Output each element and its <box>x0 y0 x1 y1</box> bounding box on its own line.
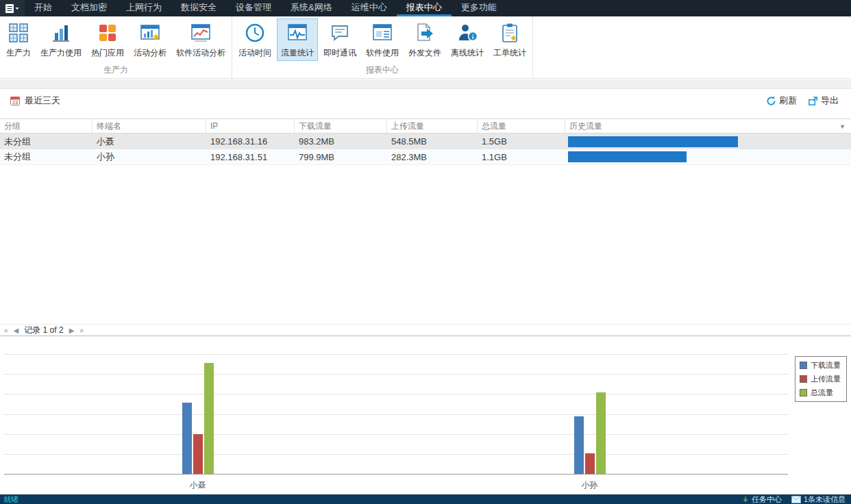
statusbar-right: 任务中心 1条未读信息 <box>742 494 851 504</box>
ribbon-group-report-center: 活动时间 流量统计 即时通讯 软件使用 外发文件 <box>232 16 533 78</box>
cell-group: 未分组 <box>0 151 92 163</box>
nav-first-icon[interactable]: « <box>4 327 8 334</box>
date-range-label: 最近三天 <box>25 94 60 107</box>
column-header-total[interactable]: 总流量 <box>478 119 565 133</box>
ribbon: 生产力 生产力使用 热门应用 活动分析 软件活动分析 生产力 <box>0 16 851 79</box>
nav-next-icon[interactable]: ▶ <box>69 327 75 334</box>
export-icon <box>808 96 818 106</box>
table-row[interactable]: 未分组 小聂 192.168.31.16 983.2MB 548.5MB 1.5… <box>0 134 851 149</box>
ribbon-button-activity-analysis[interactable]: 活动分析 <box>130 18 171 61</box>
legend-label: 上传流量 <box>811 374 841 384</box>
ribbon-button-activity-time[interactable]: 活动时间 <box>234 18 275 61</box>
menu-item-system-network[interactable]: 系统&网络 <box>281 0 342 16</box>
unread-messages-button[interactable]: 1条未读信息 <box>791 494 846 504</box>
ribbon-button-software-usage[interactable]: 软件使用 <box>362 18 403 61</box>
traffic-bar-chart: 小聂 小孙 下载流量 上传流量 总流量 <box>0 337 851 494</box>
menu-item-start[interactable]: 开始 <box>25 0 62 16</box>
menu-item-more[interactable]: 更多功能 <box>452 0 506 16</box>
hot-apps-icon <box>96 21 119 45</box>
cell-download: 799.9MB <box>295 152 387 162</box>
column-header-group[interactable]: 分组 <box>0 119 92 133</box>
ribbon-button-label: 离线统计 <box>451 47 484 59</box>
nav-last-icon[interactable]: » <box>79 327 84 334</box>
cell-ip: 192.168.31.16 <box>206 136 295 147</box>
ribbon-button-productivity-usage[interactable]: 生产力使用 <box>36 18 86 61</box>
toolbar-actions: 刷新 导出 <box>766 94 851 107</box>
upload-bar <box>585 453 595 474</box>
export-label: 导出 <box>821 94 839 107</box>
column-header-upload[interactable]: 上传流量 <box>387 119 478 133</box>
download-arrow-icon <box>742 496 749 503</box>
ribbon-button-label: 热门应用 <box>91 47 124 59</box>
column-header-history[interactable]: 历史流量 ▼ <box>565 119 851 133</box>
gridline <box>4 454 788 455</box>
nav-prev-icon[interactable]: ◀ <box>14 327 19 334</box>
ribbon-button-software-activity-analysis[interactable]: 软件活动分析 <box>172 18 230 61</box>
traffic-table: 分组 终端名 IP 下载流量 上传流量 总流量 历史流量 ▼ 未分组 小聂 19… <box>0 118 851 165</box>
task-center-button[interactable]: 任务中心 <box>742 494 782 504</box>
ribbon-group-label: 生产力 <box>0 64 232 76</box>
ribbon-button-label: 生产力 <box>6 47 31 59</box>
legend-label: 总流量 <box>811 388 833 398</box>
pagination-bar: « ◀ 记录 1 of 2 ▶ » <box>0 324 851 336</box>
table-row[interactable]: 未分组 小孙 192.168.31.51 799.9MB 282.3MB 1.1… <box>0 149 851 165</box>
column-header-terminal[interactable]: 终端名 <box>92 119 206 133</box>
ribbon-button-instant-messaging[interactable]: 即时通讯 <box>319 18 360 61</box>
software-usage-icon <box>371 21 394 45</box>
gridline <box>4 374 788 375</box>
cell-upload: 282.3MB <box>387 152 478 162</box>
cell-terminal: 小聂 <box>92 136 206 148</box>
productivity-usage-chart-icon <box>49 21 73 45</box>
menu-item-doc-encryption[interactable]: 文档加密 <box>62 0 116 16</box>
bar-group-terminal-1 <box>182 363 214 474</box>
ribbon-button-productivity[interactable]: 生产力 <box>2 18 35 61</box>
refresh-label: 刷新 <box>779 94 797 107</box>
ribbon-content-divider <box>0 79 851 89</box>
x-axis-label: 小孙 <box>582 479 598 491</box>
ribbon-button-hot-apps[interactable]: 热门应用 <box>87 18 128 61</box>
app-menu-icon <box>5 3 20 14</box>
column-menu-dropdown-icon[interactable]: ▼ <box>839 119 846 133</box>
download-bar <box>574 416 584 474</box>
bar-group-terminal-2 <box>574 392 606 474</box>
ribbon-button-label: 活动分析 <box>134 47 166 59</box>
gridline <box>4 354 788 355</box>
software-activity-analysis-icon <box>189 21 212 45</box>
cell-terminal: 小孙 <box>92 151 206 163</box>
refresh-icon <box>766 96 776 106</box>
ribbon-button-outgoing-files[interactable]: 外发文件 <box>404 18 445 61</box>
refresh-button[interactable]: 刷新 <box>766 94 797 107</box>
ribbon-button-label: 软件使用 <box>366 47 399 59</box>
activity-analysis-icon <box>138 21 162 45</box>
menubar: 开始 文档加密 上网行为 数据安全 设备管理 系统&网络 运维中心 报表中心 更… <box>0 0 851 16</box>
ribbon-button-label: 软件活动分析 <box>176 47 225 59</box>
menu-item-data-security[interactable]: 数据安全 <box>171 0 226 16</box>
app-menu-button[interactable] <box>0 0 25 16</box>
gridline <box>4 414 788 415</box>
column-header-download[interactable]: 下载流量 <box>295 119 387 133</box>
cell-history <box>565 136 851 147</box>
ribbon-button-label: 工单统计 <box>493 47 526 59</box>
cell-download: 983.2MB <box>295 136 387 147</box>
cell-ip: 192.168.31.51 <box>206 152 295 162</box>
menu-item-web-behavior[interactable]: 上网行为 <box>116 0 171 16</box>
table-header: 分组 终端名 IP 下载流量 上传流量 总流量 历史流量 ▼ <box>0 118 851 134</box>
menu-item-ops-center[interactable]: 运维中心 <box>342 0 397 16</box>
outgoing-file-icon <box>413 21 436 45</box>
total-bar <box>596 392 606 474</box>
upload-bar <box>193 434 203 474</box>
ribbon-button-ticket-stats[interactable]: 工单统计 <box>489 18 530 61</box>
legend-item-download: 下载流量 <box>800 360 841 370</box>
ribbon-button-offline-stats[interactable]: i 离线统计 <box>447 18 488 61</box>
ribbon-button-traffic-stats[interactable]: 流量统计 <box>277 18 318 61</box>
menu-item-report-center[interactable]: 报表中心 <box>397 0 452 16</box>
history-traffic-bar <box>568 136 738 147</box>
menu-item-device-mgmt[interactable]: 设备管理 <box>226 0 281 16</box>
gridline <box>4 394 788 394</box>
column-header-ip[interactable]: IP <box>206 119 295 133</box>
record-count-text: 记录 1 of 2 <box>24 325 63 336</box>
chart-legend: 下载流量 上传流量 总流量 <box>795 356 847 402</box>
total-bar <box>204 363 214 474</box>
export-button[interactable]: 导出 <box>808 94 839 107</box>
date-range-filter[interactable]: 23 最近三天 <box>0 94 60 107</box>
